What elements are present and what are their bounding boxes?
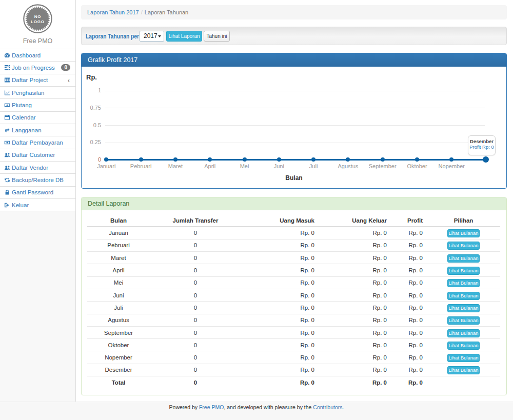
svg-text:LOGO: LOGO <box>31 19 45 24</box>
svg-text:NO: NO <box>34 14 42 19</box>
